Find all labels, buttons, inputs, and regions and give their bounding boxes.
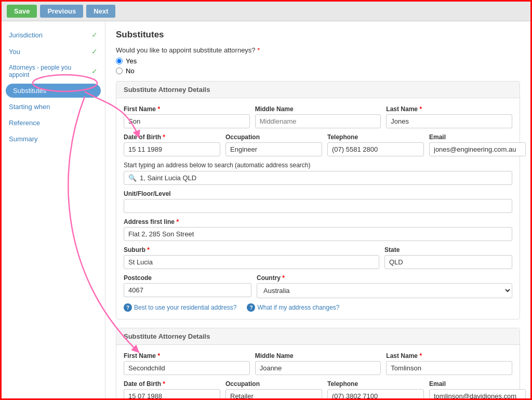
attorney1-suburb-label: Suburb * xyxy=(124,246,379,254)
attorney1-help-residential[interactable]: ? Best to use your residential address? xyxy=(124,303,236,312)
attorney1-country-group: Country * Australia xyxy=(257,274,512,298)
attorney1-address-search-row: Start typing an address below to search … xyxy=(124,162,512,185)
attorney2-first-name-label: First Name * xyxy=(124,352,250,359)
attorney1-state-label: State xyxy=(384,246,512,254)
attorney2-dob-label: Date of Birth * xyxy=(124,380,220,388)
required-marker: * xyxy=(257,46,260,54)
attorney1-email-label: Email xyxy=(429,134,526,141)
attorney2-telephone-group: Telephone xyxy=(327,380,424,400)
attorney1-postcode-label: Postcode xyxy=(124,274,251,282)
attorney1-address1-group: Address first line * xyxy=(124,218,512,241)
next-button[interactable]: Next xyxy=(86,5,115,18)
attorney2-telephone-input[interactable] xyxy=(327,389,424,400)
attorney1-first-name-label: First Name * xyxy=(124,105,250,113)
no-radio-label[interactable]: No xyxy=(116,67,520,75)
attorney2-email-group: Email xyxy=(429,380,526,400)
yes-radio[interactable] xyxy=(116,58,123,64)
sidebar-item-label: Attorneys - people you appoint xyxy=(9,64,91,78)
attorney1-occupation-group: Occupation xyxy=(225,134,322,156)
attorney1-last-name-group: Last Name * xyxy=(386,105,512,128)
attorney1-address-search-label: Start typing an address below to search … xyxy=(124,162,512,169)
attorney1-details-row: Date of Birth * Occupation Telephone Ema… xyxy=(124,134,512,156)
attorney2-first-name-group: First Name * xyxy=(124,352,250,375)
attorney1-address-search-input[interactable] xyxy=(140,174,508,182)
sidebar-item-jurisdiction[interactable]: Jurisdiction ✓ xyxy=(2,26,105,43)
attorney1-telephone-input[interactable] xyxy=(327,142,424,156)
sidebar-item-label: You xyxy=(9,48,20,56)
attorney1-first-name-input[interactable] xyxy=(124,114,250,128)
sidebar-item-substitutes[interactable]: Substitutes xyxy=(6,84,101,98)
attorney1-suburb-group: Suburb * xyxy=(124,246,379,269)
attorney2-last-name-input[interactable] xyxy=(386,361,512,375)
attorney1-address1-input[interactable] xyxy=(124,227,512,241)
attorney2-middle-name-input[interactable] xyxy=(255,361,381,375)
sidebar-item-label: Substitutes xyxy=(13,87,46,95)
toolbar: Save Previous Next xyxy=(2,2,530,21)
attorney1-occupation-label: Occupation xyxy=(225,134,322,141)
attorney2-occupation-input[interactable] xyxy=(225,389,322,400)
sidebar-item-you[interactable]: You ✓ xyxy=(2,43,105,60)
attorney1-country-label: Country * xyxy=(257,274,512,282)
sidebar-item-label: Starting when xyxy=(9,103,50,111)
substitute-question: Would you like to appoint substitute att… xyxy=(116,46,520,75)
attorney1-help-address-changes[interactable]: ? What if my address changes? xyxy=(247,303,339,312)
attorney1-first-name-group: First Name * xyxy=(124,105,250,128)
attorney2-section-header: Substitute Attorney Details xyxy=(116,328,520,345)
attorney1-last-name-input[interactable] xyxy=(386,114,512,128)
attorney2-section: Substitute Attorney Details First Name *… xyxy=(116,328,520,400)
attorney1-suburb-row: Suburb * State xyxy=(124,246,512,269)
save-button[interactable]: Save xyxy=(7,5,37,18)
sidebar-item-starting-when[interactable]: Starting when xyxy=(2,99,105,115)
attorney1-state-group: State xyxy=(384,246,512,269)
attorney1-unit-input[interactable] xyxy=(124,199,512,213)
attorney1-unit-row: Unit/Floor/Level xyxy=(124,190,512,213)
attorney1-dob-label: Date of Birth * xyxy=(124,134,220,141)
sidebar-item-attorneys[interactable]: Attorneys - people you appoint ✓ xyxy=(2,60,105,83)
attorney2-telephone-label: Telephone xyxy=(327,380,424,388)
attorney1-occupation-input[interactable] xyxy=(225,142,322,156)
question-label: Would you like to appoint substitute att… xyxy=(116,46,520,54)
sidebar-item-summary[interactable]: Summary xyxy=(2,131,105,147)
attorney1-email-input[interactable] xyxy=(429,142,526,156)
attorney2-occupation-label: Occupation xyxy=(225,380,322,388)
no-radio[interactable] xyxy=(116,68,123,74)
attorney1-country-select[interactable]: Australia xyxy=(257,283,512,298)
attorney1-postcode-input[interactable] xyxy=(124,283,251,297)
attorney1-middle-name-label: Middle Name xyxy=(255,105,381,113)
attorney2-dob-input[interactable] xyxy=(124,389,220,400)
attorney2-email-input[interactable] xyxy=(429,389,526,400)
attorney1-suburb-input[interactable] xyxy=(124,255,379,269)
sidebar-item-label: Jurisdiction xyxy=(9,31,43,39)
attorney1-email-group: Email xyxy=(429,134,526,156)
attorney1-middle-name-input[interactable] xyxy=(255,114,381,128)
attorney2-middle-name-label: Middle Name xyxy=(255,352,381,359)
attorney1-middle-name-group: Middle Name xyxy=(255,105,381,128)
help-icon: ? xyxy=(247,303,255,312)
attorney2-occupation-group: Occupation xyxy=(225,380,322,400)
help-icon: ? xyxy=(124,303,132,312)
attorney1-state-input[interactable] xyxy=(384,255,512,269)
attorney1-help-row: ? Best to use your residential address? … xyxy=(124,303,512,312)
attorney2-first-name-input[interactable] xyxy=(124,361,250,375)
search-icon: 🔍 xyxy=(128,174,137,182)
attorney2-details-row: Date of Birth * Occupation Telephone Ema… xyxy=(124,380,512,400)
attorney1-dob-input[interactable] xyxy=(124,142,220,156)
attorney1-address1-row: Address first line * xyxy=(124,218,512,241)
check-icon: ✓ xyxy=(91,31,98,39)
yes-radio-label[interactable]: Yes xyxy=(116,57,520,65)
attorney1-postcode-group: Postcode xyxy=(124,274,251,298)
sidebar: Jurisdiction ✓ You ✓ Attorneys - people … xyxy=(2,21,105,400)
sidebar-item-label: Reference xyxy=(9,119,40,127)
attorney2-dob-group: Date of Birth * xyxy=(124,380,220,400)
sidebar-item-label: Summary xyxy=(9,135,38,143)
attorney1-address-search-box[interactable]: 🔍 xyxy=(124,171,512,185)
attorney1-last-name-label: Last Name * xyxy=(386,105,512,113)
attorney1-name-row: First Name * Middle Name Last Name * xyxy=(124,105,512,128)
attorney1-telephone-group: Telephone xyxy=(327,134,424,156)
attorney1-section: Substitute Attorney Details First Name *… xyxy=(116,81,520,319)
yes-no-radio-group: Yes No xyxy=(116,57,520,75)
main-layout: Jurisdiction ✓ You ✓ Attorneys - people … xyxy=(2,21,530,400)
attorney2-last-name-label: Last Name * xyxy=(386,352,512,359)
previous-button[interactable]: Previous xyxy=(40,5,83,18)
sidebar-item-reference[interactable]: Reference xyxy=(2,115,105,131)
